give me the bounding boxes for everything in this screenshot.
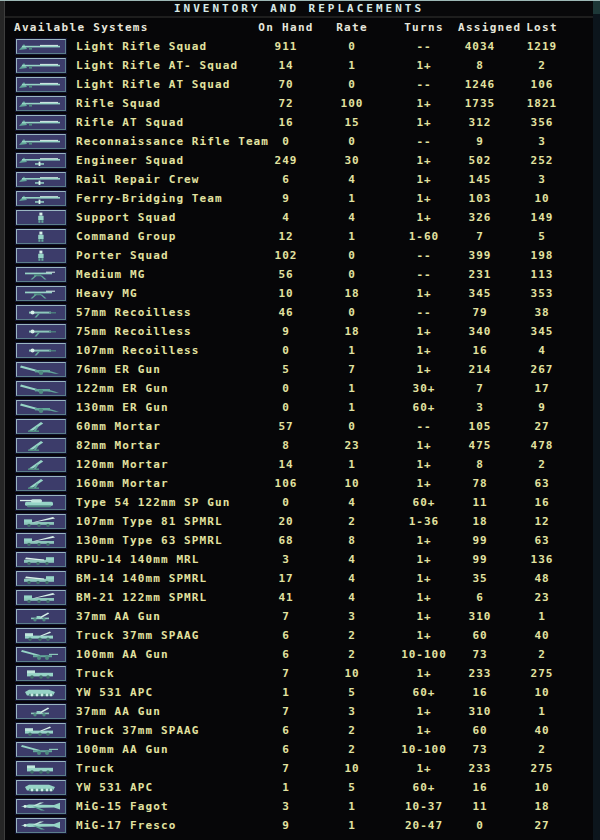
turns-value: 1+ <box>390 572 458 585</box>
unit-icon-button[interactable] <box>16 457 66 472</box>
on-hand-value: 102 <box>258 249 314 262</box>
on-hand-value: 0 <box>258 496 314 509</box>
unit-icon-button[interactable] <box>16 780 66 795</box>
unit-icon-button[interactable] <box>16 590 66 605</box>
rate-value: 2 <box>314 515 390 528</box>
unit-icon-button[interactable] <box>16 514 66 529</box>
spaag-icon <box>18 629 64 642</box>
window-right-edge <box>593 0 600 840</box>
lost-value: 3 <box>502 135 582 148</box>
unit-icon-button[interactable] <box>16 381 66 396</box>
turns-value: 1+ <box>390 534 458 547</box>
system-name: 37mm AA Gun <box>66 610 258 623</box>
table-row: 57mm Recoilless460--7938 <box>5 303 592 322</box>
unit-icon-button[interactable] <box>16 324 66 339</box>
assigned-value: 103 <box>458 192 502 205</box>
assigned-value: 60 <box>458 724 502 737</box>
turns-value: 30+ <box>390 382 458 395</box>
unit-icon-button[interactable] <box>16 229 66 244</box>
recoilless-gun-icon <box>18 306 64 319</box>
turns-value: 1+ <box>390 629 458 642</box>
rocket-truck-icon <box>18 515 64 528</box>
system-name: 75mm Recoilless <box>66 325 258 338</box>
turns-value: 1+ <box>390 762 458 775</box>
turns-value: 10-100 <box>390 648 458 661</box>
table-row: Ferry-Bridging Team911+10310 <box>5 189 592 208</box>
system-name: MiG-17 Fresco <box>66 819 258 832</box>
unit-icon-button[interactable] <box>16 39 66 54</box>
turns-value: 1+ <box>390 553 458 566</box>
table-row: MiG-17 Fresco9120-47027 <box>5 816 592 835</box>
turns-value: 60+ <box>390 781 458 794</box>
infantry-icon <box>18 230 64 243</box>
unit-icon-button[interactable] <box>16 438 66 453</box>
unit-icon-button[interactable] <box>16 362 66 377</box>
rate-value: 0 <box>314 306 390 319</box>
col-header-lost: Lost <box>502 21 582 34</box>
unit-icon-button[interactable] <box>16 533 66 548</box>
unit-icon-button[interactable] <box>16 761 66 776</box>
unit-icon-button[interactable] <box>16 495 66 510</box>
on-hand-value: 1 <box>258 781 314 794</box>
on-hand-value: 6 <box>258 629 314 642</box>
on-hand-value: 1 <box>258 686 314 699</box>
table-row: 107mm Type 81 SPMRL2021-361812 <box>5 512 592 531</box>
unit-icon-button[interactable] <box>16 210 66 225</box>
unit-icon-button[interactable] <box>16 723 66 738</box>
on-hand-value: 68 <box>258 534 314 547</box>
unit-icon-button[interactable] <box>16 305 66 320</box>
system-name: 100mm AA Gun <box>66 743 258 756</box>
turns-value: 1+ <box>390 439 458 452</box>
system-name: 82mm Mortar <box>66 439 258 452</box>
system-name: 130mm ER Gun <box>66 401 258 414</box>
unit-icon-button[interactable] <box>16 818 66 833</box>
unit-icon-button[interactable] <box>16 704 66 719</box>
on-hand-value: 70 <box>258 78 314 91</box>
unit-icon-button[interactable] <box>16 134 66 149</box>
on-hand-value: 14 <box>258 458 314 471</box>
unit-icon-button[interactable] <box>16 799 66 814</box>
unit-icon-button[interactable] <box>16 400 66 415</box>
assigned-value: 11 <box>458 800 502 813</box>
unit-icon-button[interactable] <box>16 115 66 130</box>
on-hand-value: 106 <box>258 477 314 490</box>
rate-value: 23 <box>314 439 390 452</box>
unit-icon-button[interactable] <box>16 552 66 567</box>
table-row: 160mm Mortar106101+7863 <box>5 474 592 493</box>
unit-icon-button[interactable] <box>16 571 66 586</box>
turns-value: 60+ <box>390 686 458 699</box>
lost-value: 3 <box>502 173 582 186</box>
unit-icon-button[interactable] <box>16 419 66 434</box>
on-hand-value: 6 <box>258 648 314 661</box>
unit-icon-button[interactable] <box>16 96 66 111</box>
unit-icon-button[interactable] <box>16 267 66 282</box>
system-name: YW 531 APC <box>66 781 258 794</box>
unit-icon-button[interactable] <box>16 685 66 700</box>
unit-icon-button[interactable] <box>16 58 66 73</box>
unit-icon-button[interactable] <box>16 742 66 757</box>
unit-icon-button[interactable] <box>16 153 66 168</box>
lost-value: 2 <box>502 458 582 471</box>
unit-icon-button[interactable] <box>16 647 66 662</box>
unit-icon-button[interactable] <box>16 248 66 263</box>
assigned-value: 310 <box>458 610 502 623</box>
assigned-value: 11 <box>458 496 502 509</box>
system-name: 122mm ER Gun <box>66 382 258 395</box>
assigned-value: 312 <box>458 116 502 129</box>
turns-value: 1+ <box>390 591 458 604</box>
rate-value: 15 <box>314 116 390 129</box>
engineer-rifle-icon <box>18 192 64 205</box>
turns-value: 1+ <box>390 116 458 129</box>
unit-icon-button[interactable] <box>16 628 66 643</box>
unit-icon-button[interactable] <box>16 609 66 624</box>
on-hand-value: 7 <box>258 667 314 680</box>
unit-icon-button[interactable] <box>16 77 66 92</box>
unit-icon-button[interactable] <box>16 343 66 358</box>
unit-icon-button[interactable] <box>16 476 66 491</box>
unit-icon-button[interactable] <box>16 286 66 301</box>
col-header-assigned: Assigned <box>458 21 502 34</box>
unit-icon-button[interactable] <box>16 172 66 187</box>
unit-icon-button[interactable] <box>16 666 66 681</box>
rate-value: 0 <box>314 249 390 262</box>
unit-icon-button[interactable] <box>16 191 66 206</box>
